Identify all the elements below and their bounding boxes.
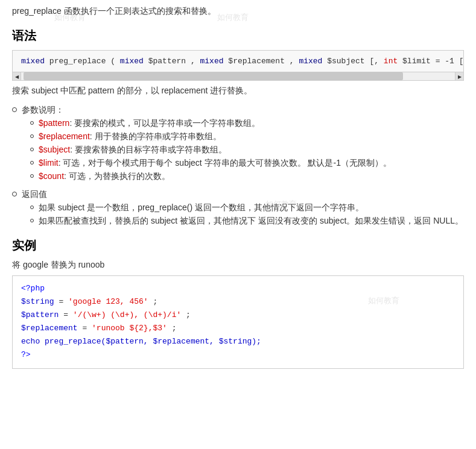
- php-line-4: $replacement = 'runoob ${2},$3' ;: [21, 322, 455, 335]
- scroll-right-arrow[interactable]: ▶: [455, 72, 463, 80]
- param-dot-3: [30, 148, 34, 151]
- params-dot: [12, 107, 17, 112]
- syntax-funcname: preg_replace (: [49, 57, 120, 66]
- param-desc-1: : 要搜索的模式，可以是字符串或一个字符串数组。: [69, 118, 260, 128]
- syntax-param3: $subject [,: [327, 57, 384, 66]
- syntax-param2: $replacement ,: [228, 57, 299, 66]
- return-section-item: 返回值 如果 subject 是一个数组，preg_replace() 返回一个…: [12, 189, 464, 227]
- syntax-mixed-1: mixed: [21, 57, 45, 66]
- php-val-replacement: 'runoob ${2},$3': [92, 324, 167, 333]
- php-line-3: $pattern = '/(\w+) (\d+), (\d+)/i' ;: [21, 309, 455, 322]
- param-subject: $subject: 要搜索替换的目标字符串或字符串数组。: [30, 145, 464, 155]
- params-section-item: 参数说明： $pattern: 要搜索的模式，可以是字符串或一个字符串数组。 $…: [12, 105, 464, 182]
- param-name-4: $limit: [39, 158, 59, 168]
- scroll-left-arrow[interactable]: ◀: [13, 72, 21, 80]
- php-val-pattern: '/(\w+) (\d+), (\d+)/i': [73, 310, 181, 319]
- php-var-replacement: $replacement: [21, 324, 78, 333]
- param-name-2: $replacement: [39, 131, 90, 141]
- param-dot-5: [30, 174, 34, 178]
- param-desc-4: : 可选，对于每个模式用于每个 subject 字符串的最大可替换次数。 默认是…: [59, 158, 392, 168]
- example-heading: 实例: [12, 237, 464, 254]
- param-replacement: $replacement: 用于替换的字符串或字符串数组。: [30, 131, 464, 142]
- param-desc-3: : 要搜索替换的目标字符串或字符串数组。: [70, 145, 227, 154]
- params-heading: 参数说明：: [22, 105, 64, 116]
- php-line-6: ?>: [21, 348, 455, 362]
- syntax-int-1: int: [384, 57, 398, 66]
- syntax-code-scroll[interactable]: mixed preg_replace ( mixed $pattern , mi…: [13, 51, 463, 72]
- param-desc-5: : 可选，为替换执行的次数。: [64, 171, 170, 181]
- return-item-2: 如果匹配被查找到，替换后的 subject 被返回，其他情况下 返回没有改变的 …: [30, 216, 464, 227]
- php-semi-2: ;: [186, 310, 191, 319]
- param-pattern: $pattern: 要搜索的模式，可以是字符串或一个字符串数组。: [30, 118, 464, 129]
- php-func-comma1: ,: [144, 337, 153, 346]
- php-func-param2: $replacement: [153, 337, 209, 346]
- php-line-2: $string = 'google 123, 456' ;: [21, 295, 455, 309]
- param-count: $count: 可选，为替换执行的次数。: [30, 171, 464, 182]
- example-intro: 将 google 替换为 runoob: [12, 260, 464, 271]
- return-sub-dot-1: [30, 206, 34, 209]
- param-dot-2: [30, 134, 34, 138]
- php-func-param3: $string: [219, 337, 252, 346]
- params-bullet: 参数说明：: [12, 105, 464, 116]
- param-desc-2: : 用于替换的字符串或字符串数组。: [90, 131, 221, 141]
- php-assign-2: =: [63, 310, 73, 319]
- php-assign-1: =: [59, 297, 68, 306]
- param-name-1: $pattern: [39, 118, 69, 128]
- syntax-code-block: mixed preg_replace ( mixed $pattern , mi…: [12, 50, 464, 81]
- page-container: 如何教育 如何教育 如何教育 如何教育 如何教育 preg_replace 函数…: [12, 6, 464, 369]
- params-list: 参数说明： $pattern: 要搜索的模式，可以是字符串或一个字符串数组。 $…: [12, 105, 464, 227]
- php-val-string: 'google 123, 456': [68, 297, 148, 306]
- php-var-pattern: $pattern: [21, 310, 59, 319]
- params-sub-list: $pattern: 要搜索的模式，可以是字符串或一个字符串数组。 $replac…: [12, 118, 464, 182]
- syntax-mixed-2: mixed: [120, 57, 144, 66]
- php-var-string: $string: [21, 297, 54, 306]
- syntax-heading: 语法: [12, 28, 464, 44]
- return-text-2: 如果匹配被查找到，替换后的 subject 被返回，其他情况下 返回没有改变的 …: [39, 216, 463, 227]
- param-name-5: $count: [39, 171, 64, 181]
- return-dot: [12, 192, 17, 196]
- syntax-param1: $pattern ,: [148, 57, 200, 66]
- syntax-scrollbar[interactable]: ◀ ▶: [13, 72, 463, 80]
- php-line-5: echo preg_replace($pattern, $replacement…: [21, 335, 455, 348]
- param-dot-1: [30, 121, 34, 125]
- return-sub-list: 如果 subject 是一个数组，preg_replace() 返回一个数组，其…: [12, 203, 464, 227]
- php-semi-3: ;: [172, 324, 177, 333]
- php-func-comma2: ,: [209, 337, 219, 346]
- php-close-tag: ?>: [21, 350, 31, 359]
- php-func-param1: $pattern: [106, 337, 143, 346]
- syntax-mixed-3: mixed: [200, 57, 224, 66]
- intro-text: preg_replace 函数执行一个正则表达式的搜索和替换。: [12, 6, 464, 17]
- return-text-1: 如果 subject 是一个数组，preg_replace() 返回一个数组，其…: [39, 203, 364, 213]
- syntax-description: 搜索 subject 中匹配 pattern 的部分，以 replacement…: [12, 86, 464, 96]
- php-echo: echo preg_replace(: [21, 337, 106, 346]
- php-func-close: );: [252, 337, 261, 346]
- return-item-1: 如果 subject 是一个数组，preg_replace() 返回一个数组，其…: [30, 203, 464, 213]
- param-name-3: $subject: [39, 145, 70, 154]
- return-bullet: 返回值: [12, 189, 464, 200]
- php-line-1: <?php: [21, 282, 455, 295]
- param-limit: $limit: 可选，对于每个模式用于每个 subject 字符串的最大可替换次…: [30, 158, 464, 169]
- return-sub-dot-2: [30, 219, 34, 222]
- syntax-mixed-4: mixed: [299, 57, 322, 66]
- param-dot-4: [30, 161, 34, 165]
- php-assign-3: =: [82, 324, 92, 333]
- example-code-block: <?php $string = 'google 123, 456' ; $pat…: [12, 275, 464, 369]
- php-semi-1: ;: [153, 297, 157, 306]
- return-heading: 返回值: [22, 189, 47, 200]
- syntax-param4: $limit = -1 [,: [402, 57, 463, 66]
- scrollbar-thumb[interactable]: [24, 72, 403, 80]
- php-open-tag: <?php: [21, 284, 45, 293]
